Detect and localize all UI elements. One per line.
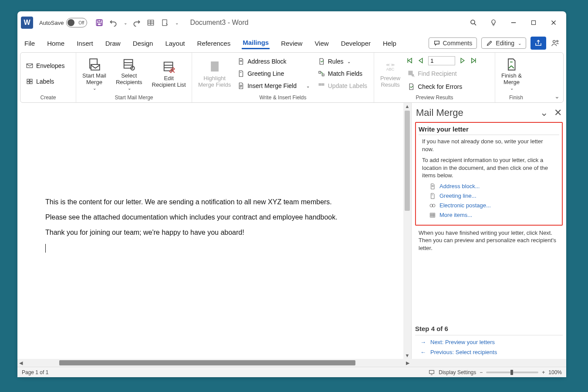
- hscroll-thumb[interactable]: [59, 360, 355, 365]
- vertical-scrollbar[interactable]: ▲ ▼: [403, 103, 411, 359]
- pane-close-icon[interactable]: ✕: [554, 107, 562, 118]
- svg-rect-20: [30, 82, 32, 84]
- comments-button[interactable]: Comments: [429, 37, 477, 49]
- svg-rect-40: [319, 84, 321, 86]
- tab-draw[interactable]: Draw: [105, 38, 122, 49]
- pane-prev-link[interactable]: ←Previous: Select recipients: [420, 349, 563, 355]
- zoom-slider[interactable]: [486, 372, 538, 373]
- horizontal-scrollbar[interactable]: ◀ ▶: [17, 359, 566, 367]
- pane-dropdown-icon[interactable]: ⌄: [540, 107, 548, 118]
- display-settings-label[interactable]: Display Settings: [439, 369, 476, 375]
- prev-record-icon[interactable]: [417, 57, 425, 64]
- qat-customize-icon[interactable]: ⌄: [175, 20, 179, 25]
- tab-mailings[interactable]: Mailings: [242, 37, 270, 49]
- page-icon[interactable]: [160, 18, 169, 27]
- postage-icon: [429, 202, 436, 209]
- group-write-label: Write & Insert Fields: [192, 95, 374, 102]
- last-record-icon[interactable]: [470, 57, 478, 64]
- address-block-button[interactable]: Address Block: [235, 57, 311, 66]
- scroll-right-icon[interactable]: ▶: [404, 360, 411, 366]
- toggle-off[interactable]: Off: [66, 18, 87, 27]
- labels-button[interactable]: Labels: [24, 77, 66, 86]
- tab-design[interactable]: Design: [132, 38, 154, 49]
- undo-split-icon[interactable]: ⌄: [124, 20, 127, 25]
- record-number-input[interactable]: [428, 56, 455, 65]
- scroll-down-icon[interactable]: ▼: [405, 352, 410, 359]
- finish-merge-button[interactable]: Finish & Merge⌄: [499, 55, 524, 91]
- pane-next-link[interactable]: →Next: Preview your letters: [420, 339, 563, 345]
- svg-rect-55: [429, 370, 434, 373]
- page-indicator[interactable]: Page 1 of 1: [22, 369, 48, 375]
- redo-icon[interactable]: [132, 18, 141, 27]
- svg-rect-22: [91, 64, 100, 70]
- svg-point-8: [471, 20, 475, 24]
- page-icon: [237, 57, 245, 65]
- tab-developer[interactable]: Developer: [340, 38, 372, 49]
- maximize-icon[interactable]: [530, 19, 537, 27]
- tab-review[interactable]: Review: [280, 38, 303, 49]
- pane-intro-1: If you have not already done so, write y…: [422, 138, 556, 153]
- close-icon[interactable]: [550, 19, 558, 27]
- scroll-up-icon[interactable]: ▲: [405, 103, 410, 110]
- account-icon[interactable]: [551, 38, 560, 48]
- share-button[interactable]: [531, 37, 546, 50]
- rules-button[interactable]: Rules⌄: [316, 57, 369, 66]
- autosave-label: AutoSave: [39, 20, 64, 26]
- svg-rect-2: [98, 23, 101, 26]
- zoom-in-button[interactable]: +: [542, 369, 545, 375]
- save-icon[interactable]: [95, 18, 104, 27]
- labels-icon: [26, 78, 34, 85]
- ribbon-mailings: Envelopes Labels Create Start Mail Merge…: [20, 52, 564, 103]
- start-mail-merge-button[interactable]: Start Mail Merge⌄: [80, 55, 109, 91]
- lightbulb-icon[interactable]: [490, 19, 497, 27]
- edit-recipient-list-button[interactable]: Edit Recipient List: [149, 58, 189, 89]
- titlebar: W AutoSave Off ⌄ ⌄ Document3 - Word: [17, 11, 566, 34]
- editing-mode-button[interactable]: Editing⌄: [481, 37, 526, 49]
- electronic-postage-link[interactable]: Electronic postage...: [429, 202, 559, 209]
- next-record-icon[interactable]: [459, 57, 466, 64]
- collapse-ribbon-icon[interactable]: ⌄: [554, 93, 560, 100]
- match-fields-button[interactable]: Match Fields: [316, 69, 369, 78]
- document-page[interactable]: This is the content for our letter. We a…: [17, 103, 403, 359]
- page-icon: [237, 70, 245, 78]
- address-block-link[interactable]: Address block...: [429, 183, 559, 190]
- pane-section-title: Write your letter: [419, 125, 559, 135]
- scroll-left-icon[interactable]: ◀: [17, 360, 24, 366]
- zoom-out-button[interactable]: −: [480, 369, 483, 375]
- update-labels-button: Update Labels: [316, 81, 369, 91]
- page-icon: [429, 183, 436, 190]
- undo-icon[interactable]: [109, 18, 118, 27]
- svg-rect-39: [322, 74, 324, 76]
- svg-rect-38: [319, 71, 321, 74]
- zoom-level[interactable]: 100%: [548, 369, 562, 375]
- tab-references[interactable]: References: [196, 38, 231, 49]
- search-icon[interactable]: [470, 19, 477, 27]
- greeting-line-button[interactable]: Greeting Line: [235, 69, 311, 78]
- table-icon[interactable]: [146, 18, 155, 27]
- status-bar: Page 1 of 1 Display Settings − + 100%: [17, 367, 566, 377]
- tab-file[interactable]: File: [24, 38, 36, 49]
- select-recipients-button[interactable]: Select Recipients⌄: [113, 55, 145, 91]
- scroll-thumb[interactable]: [405, 111, 410, 211]
- tab-home[interactable]: Home: [46, 38, 65, 49]
- finish-icon: [504, 57, 519, 72]
- mail-merge-pane: Mail Merge ⌄ ✕ Write your letter If you …: [411, 103, 566, 359]
- greeting-line-link[interactable]: Greeting line...: [429, 193, 559, 199]
- first-record-icon[interactable]: [406, 57, 413, 64]
- svg-point-15: [557, 41, 558, 42]
- minimize-icon[interactable]: [510, 19, 517, 27]
- insert-merge-field-button[interactable]: Insert Merge Field ⌄: [235, 81, 311, 91]
- autosave-toggle[interactable]: AutoSave Off: [39, 18, 87, 27]
- tab-layout[interactable]: Layout: [164, 38, 186, 49]
- display-settings-icon[interactable]: [428, 369, 435, 376]
- more-items-link[interactable]: More items...: [429, 212, 559, 219]
- record-navigation: [406, 56, 478, 65]
- doc-line: Thank you for joining our team; we're ha…: [45, 225, 375, 240]
- tab-view[interactable]: View: [314, 38, 329, 49]
- svg-rect-31: [212, 66, 217, 68]
- svg-rect-42: [409, 71, 412, 75]
- check-errors-button[interactable]: Check for Errors: [406, 82, 478, 91]
- tab-help[interactable]: Help: [382, 38, 397, 49]
- envelopes-button[interactable]: Envelopes: [24, 61, 66, 71]
- tab-insert[interactable]: Insert: [76, 38, 94, 49]
